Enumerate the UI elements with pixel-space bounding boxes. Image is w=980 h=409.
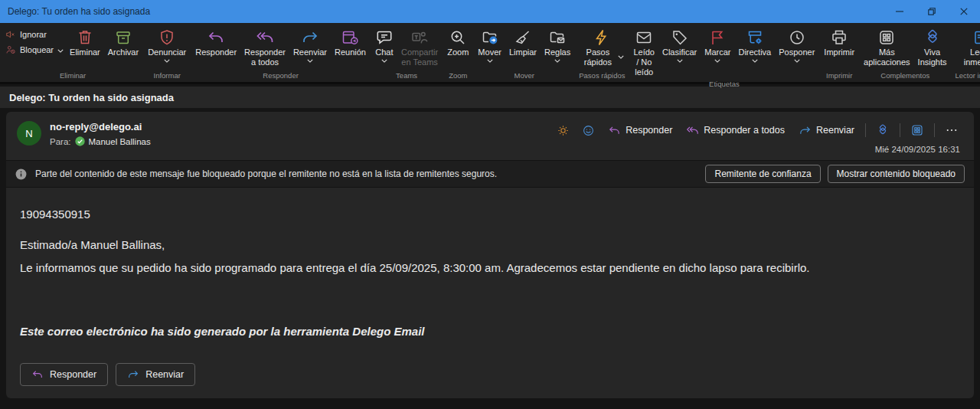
reply-all-arrow-icon — [686, 124, 699, 137]
to-label: Para: — [50, 137, 71, 146]
greeting-line: Estimado/a Manuel Ballinas, — [20, 238, 960, 251]
cleanup-button[interactable]: Limpiar — [505, 25, 541, 59]
move-button[interactable]: Mover — [474, 25, 505, 64]
viva-insights-icon[interactable] — [871, 121, 894, 139]
message-header: N no-reply@delego.ai Para: Manuel Ballin… — [6, 112, 974, 160]
read-unread-button[interactable]: Leído / No leído — [629, 25, 658, 79]
header-forward-label: Reenviar — [816, 125, 854, 136]
group-label-mover: Mover — [474, 70, 574, 82]
chevron-down-icon — [714, 59, 720, 63]
reply-button[interactable]: Responder — [191, 25, 240, 59]
reply-arrow-icon — [31, 368, 44, 381]
ribbon: Ignorar Bloquear Eliminar Archivar Elimi… — [0, 23, 980, 84]
group-label-complementos: Complementos — [860, 70, 950, 82]
sender-avatar[interactable]: N — [17, 121, 41, 146]
folder-envelope-icon — [548, 27, 567, 47]
share-to-teams-button[interactable]: Compartir en Teams — [397, 25, 442, 69]
person-block-icon — [5, 44, 16, 55]
trusted-sender-button[interactable]: Remitente de confianza — [705, 165, 820, 183]
info-icon — [15, 169, 27, 180]
ribbon-group-etiquetas: Leído / No leído Clasificar Marcar Direc… — [629, 23, 818, 82]
block-button[interactable]: Bloquear — [5, 44, 64, 55]
lightning-icon — [593, 27, 611, 47]
header-separator — [900, 123, 900, 137]
meeting-calendar-icon — [341, 27, 359, 47]
ribbon-group-eliminar: Ignorar Bloquear Eliminar Archivar Elimi… — [3, 23, 142, 82]
snooze-button[interactable]: Posponer — [775, 25, 818, 64]
header-separator — [934, 123, 935, 137]
reply-all-arrow-icon — [256, 27, 274, 47]
archive-button[interactable]: Archivar — [104, 25, 142, 59]
group-label-lector-inmersivo: Lector inmersivo — [952, 70, 980, 82]
ribbon-group-teams: Chat Compartir en Teams Teams — [371, 23, 442, 82]
message-body: 19094350915 Estimado/a Manuel Ballinas, … — [6, 188, 974, 363]
minimize-button[interactable] — [884, 0, 916, 23]
header-separator — [865, 123, 866, 137]
immersive-reader-button[interactable]: Lector inmersivo — [952, 25, 980, 69]
report-button[interactable]: Denunciar — [144, 25, 190, 64]
archive-box-icon — [114, 27, 132, 47]
header-reply-all-label: Responder a todos — [704, 125, 785, 136]
chevron-down-icon — [164, 59, 170, 63]
policy-button[interactable]: Directiva — [734, 25, 775, 64]
forward-arrow-icon — [799, 124, 812, 137]
header-reply-all-button[interactable]: Responder a todos — [681, 122, 790, 139]
footer-forward-button[interactable]: Reenviar — [116, 363, 195, 386]
flag-button[interactable]: Marcar — [701, 25, 734, 64]
ribbon-group-mover: Mover Limpiar Reglas Mover — [474, 23, 574, 82]
chevron-down-icon — [307, 59, 313, 63]
restore-button[interactable] — [916, 0, 948, 23]
check-circle-icon — [75, 136, 85, 146]
group-label-eliminar: Eliminar — [3, 70, 142, 82]
more-apps-button[interactable]: Más aplicaciones — [860, 25, 914, 69]
blocked-content-banner: Parte del contenido de este mensaje fue … — [6, 160, 974, 188]
reply-arrow-icon — [207, 27, 225, 47]
rules-button[interactable]: Reglas — [541, 25, 574, 64]
trash-icon — [76, 27, 94, 47]
categorize-button[interactable]: Clasificar — [658, 25, 701, 64]
show-blocked-content-button[interactable]: Mostrar contenido bloqueado — [828, 165, 965, 183]
apps-grid-icon — [877, 27, 896, 47]
ignore-button[interactable]: Ignorar — [5, 29, 64, 40]
chevron-down-icon — [794, 59, 800, 63]
printer-icon — [830, 27, 848, 47]
group-label-imprimir: Imprimir — [820, 70, 858, 82]
print-button[interactable]: Imprimir — [820, 25, 858, 59]
zoom-button[interactable]: Zoom — [443, 25, 472, 59]
ignore-label: Ignorar — [20, 30, 47, 39]
group-label-informar: Informar — [144, 70, 190, 82]
chevron-down-icon — [554, 59, 560, 63]
meeting-button[interactable]: Reunión — [331, 25, 370, 59]
chat-button[interactable]: Chat — [371, 25, 397, 64]
header-reply-button[interactable]: Responder — [603, 122, 678, 139]
forward-button[interactable]: Reenviar — [289, 25, 331, 64]
header-forward-button[interactable]: Reenviar — [793, 122, 860, 139]
window-controls — [884, 0, 980, 23]
sender-address[interactable]: no-reply@delego.ai — [50, 121, 151, 133]
viva-insights-button[interactable]: Viva Insights — [914, 25, 951, 69]
speaker-mute-icon — [5, 29, 16, 40]
chevron-down-icon — [487, 59, 493, 63]
more-options-button[interactable] — [940, 121, 963, 139]
reply-arrow-icon — [608, 124, 621, 137]
close-button[interactable] — [948, 0, 980, 23]
delete-button[interactable]: Eliminar — [66, 25, 104, 59]
viva-insights-icon — [923, 27, 942, 47]
apps-grid-icon[interactable] — [906, 121, 929, 139]
sun-icon[interactable] — [552, 122, 574, 139]
smiley-reaction-icon[interactable] — [577, 122, 599, 139]
ribbon-group-lector-inmersivo: Lector inmersivo Lector inmersivo — [952, 23, 980, 82]
body-paragraph: Le informamos que su pedido ha sido prog… — [20, 261, 960, 274]
footer-forward-label: Reenviar — [145, 369, 184, 380]
broom-icon — [514, 27, 532, 47]
group-label-responder: Responder — [191, 70, 370, 82]
recipient-name[interactable]: Manuel Ballinas — [89, 137, 151, 146]
generated-by-note: Este correo electrónico ha sido generado… — [20, 325, 960, 338]
group-label-teams: Teams — [371, 70, 442, 82]
footer-reply-button[interactable]: Responder — [20, 363, 108, 386]
footer-reply-label: Responder — [50, 369, 96, 380]
quick-steps-button[interactable]: Pasos rápidos — [576, 25, 628, 69]
window-titlebar: Delego: Tu orden ha sido asignada — [0, 0, 980, 23]
group-label-pasos-rapidos: Pasos rápidos — [576, 70, 628, 82]
reply-all-button[interactable]: Responder a todos — [240, 25, 289, 69]
